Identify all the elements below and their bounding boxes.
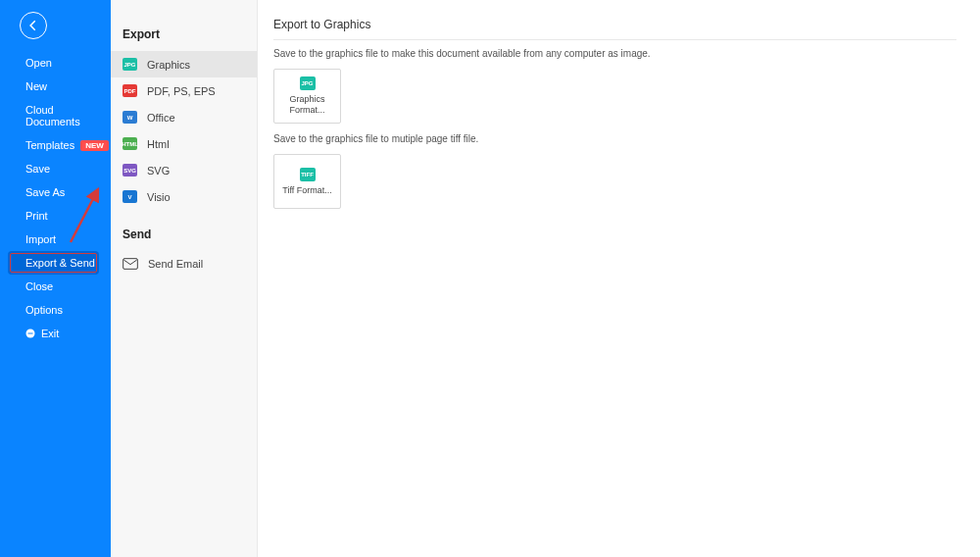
panel-item-label: Graphics [147, 59, 190, 71]
nav-label: Print [25, 210, 48, 222]
nav-label: Exit [41, 328, 59, 339]
graphics-format-button[interactable]: JPG Graphics Format... [273, 69, 341, 124]
tiff-format-button[interactable]: TIFF Tiff Format... [273, 154, 341, 209]
nav-save-as[interactable]: Save As [0, 180, 111, 204]
export-item-pdf[interactable]: PDF PDF, PS, EPS [111, 77, 257, 104]
nav-options[interactable]: Options [0, 298, 111, 322]
jpg-icon: JPG [122, 58, 137, 71]
html-icon: HTML [122, 137, 137, 150]
panel-item-label: Office [147, 112, 175, 124]
export-item-html[interactable]: HTML Html [111, 130, 257, 157]
nav-exit[interactable]: Exit [0, 322, 111, 345]
tiff-description: Save to the graphics file to mutiple pag… [273, 133, 956, 144]
card-label: Tiff Format... [282, 185, 332, 196]
nav-close[interactable]: Close [0, 275, 111, 298]
nav-label: Cloud Documents [25, 104, 111, 127]
card-label: Graphics Format... [274, 94, 340, 116]
panel-item-label: SVG [147, 165, 170, 177]
panel-item-label: Html [147, 138, 170, 150]
graphics-description: Save to the graphics file to make this d… [273, 48, 956, 59]
nav-import[interactable]: Import [0, 228, 111, 251]
export-item-svg[interactable]: SVG SVG [111, 157, 257, 183]
nav-label: Open [25, 57, 52, 69]
send-item-email[interactable]: Send Email [111, 251, 257, 277]
nav-open[interactable]: Open [0, 51, 111, 75]
panel-item-label: PDF, PS, EPS [147, 85, 216, 97]
exit-icon [25, 329, 35, 338]
back-button[interactable] [20, 12, 47, 39]
svg-icon: SVG [122, 164, 137, 177]
nav-label: Templates [25, 139, 74, 151]
tiff-icon: TIFF [300, 168, 316, 181]
nav-new[interactable]: New [0, 75, 111, 98]
nav-print[interactable]: Print [0, 204, 111, 228]
divider [273, 39, 956, 40]
jpg-icon: JPG [300, 76, 316, 90]
export-item-visio[interactable]: V Visio [111, 183, 257, 210]
export-item-office[interactable]: W Office [111, 104, 257, 130]
word-icon: W [122, 111, 137, 124]
nav-export-send[interactable]: Export & Send [8, 251, 99, 275]
content-area: Wondershare EdrawMax Export to Graphics … [258, 0, 980, 557]
nav-label: Options [25, 304, 63, 316]
export-item-graphics[interactable]: JPG Graphics [111, 51, 257, 77]
panel-item-label: Visio [147, 191, 171, 203]
panel-header-send: Send [111, 218, 257, 251]
pdf-icon: PDF [122, 84, 137, 97]
nav-label: Save [25, 163, 50, 175]
nav-cloud-documents[interactable]: Cloud Documents [0, 98, 111, 133]
nav-templates[interactable]: Templates NEW [0, 133, 111, 157]
export-type-panel: Export JPG Graphics PDF PDF, PS, EPS W O… [111, 0, 258, 557]
nav-label: New [25, 80, 47, 92]
mail-icon [122, 258, 138, 270]
nav-save[interactable]: Save [0, 157, 111, 180]
arrow-left-icon [26, 19, 40, 32]
nav-label: Close [25, 280, 53, 292]
visio-icon: V [122, 190, 137, 203]
new-badge: NEW [80, 140, 109, 151]
svg-rect-1 [28, 333, 33, 334]
nav-label: Export & Send [25, 257, 95, 269]
nav-label: Save As [25, 186, 65, 198]
panel-header-export: Export [111, 18, 257, 51]
svg-rect-3 [123, 259, 138, 270]
file-menu-sidebar: Open New Cloud Documents Templates NEW S… [0, 0, 111, 557]
panel-item-label: Send Email [148, 258, 203, 270]
nav-label: Import [25, 233, 56, 245]
page-title: Export to Graphics [273, 18, 956, 31]
